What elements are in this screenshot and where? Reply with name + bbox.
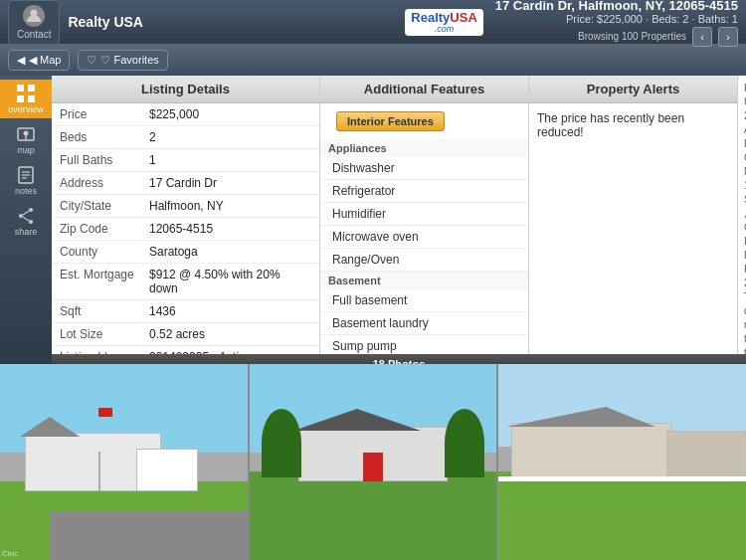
row-value: $225,000 (149, 107, 311, 121)
svg-rect-4 (28, 95, 35, 102)
row-value: $912 @ 4.50% with 20% down (149, 268, 311, 295)
svg-point-6 (24, 131, 29, 136)
heart-icon: ♡ (87, 54, 96, 67)
svg-point-13 (29, 220, 33, 224)
row-label: Lot Size (60, 327, 149, 341)
sidebar-label-overview: overview (8, 104, 44, 114)
sidebar-item-notes[interactable]: notes (0, 161, 52, 200)
row-value: 0.52 acres (149, 327, 311, 341)
svg-point-12 (19, 214, 23, 218)
sidebar-item-overview[interactable]: overview (0, 80, 52, 118)
photo-2[interactable] (250, 364, 497, 560)
contact-button[interactable]: Contact (8, 0, 60, 45)
grass-bg (250, 471, 497, 560)
additional-features-title: Additional Features (320, 76, 528, 103)
map-button[interactable]: ◀ ◀ Map (8, 50, 70, 71)
house-roof (293, 409, 421, 431)
table-row: Beds 2 (52, 126, 319, 149)
basement-section: Basement (320, 272, 528, 289)
property-price: Price: $225,000 · Beds: 2 · Baths: 1 (495, 13, 738, 25)
sidebar-label-share: share (15, 227, 38, 237)
table-row: County Saratoga (52, 241, 319, 264)
map-label: ◀ Map (29, 54, 61, 67)
row-value: 1 (149, 153, 311, 167)
browsing-count: Browsing 100 Properties (578, 31, 686, 42)
svg-line-15 (23, 217, 29, 221)
row-label: Price (60, 107, 149, 121)
house-roof (20, 417, 80, 437)
logo-usa: USA (450, 10, 476, 25)
table-row: City/State Halfmoon, NY (52, 195, 319, 218)
row-value: 17 Cardin Dr (149, 176, 311, 190)
company-logo: RealtyUSA .com (405, 9, 482, 36)
table-row: Zip Code 12065-4515 (52, 218, 319, 241)
next-button[interactable]: › (718, 27, 738, 47)
sidebar: overview map notes share (0, 76, 52, 364)
door (363, 453, 383, 482)
logo-text: RealtyUSA (411, 11, 476, 24)
house-body (511, 423, 672, 477)
property-alerts-panel: Property Alerts The price has recently b… (529, 76, 738, 364)
main-content: Listing Details Price $225,000 Beds 2 Fu… (52, 76, 746, 364)
logo-com: .com (411, 24, 476, 34)
table-row: Full Baths 1 (52, 149, 319, 172)
row-label: City/State (60, 199, 149, 213)
svg-rect-3 (17, 95, 24, 102)
row-value: Saratoga (149, 245, 311, 259)
favorites-button[interactable]: ♡ ♡ Favorites (78, 50, 167, 71)
table-row: Sqft 1436 (52, 300, 319, 323)
prev-button[interactable]: ‹ (692, 27, 712, 47)
svg-line-14 (23, 211, 29, 215)
row-label: Est. Mortgage (60, 268, 149, 295)
sidebar-label-map: map (17, 145, 35, 155)
browsing-bar: Browsing 100 Properties ‹ › (495, 27, 738, 47)
house-roof (506, 407, 655, 427)
row-value: 2 (149, 130, 311, 144)
additional-features-panel: Additional Features Interior Features Ap… (320, 76, 529, 364)
svg-rect-1 (17, 85, 24, 92)
fence (498, 476, 746, 481)
app-header: Contact Realty USA RealtyUSA .com 17 Car… (0, 0, 746, 44)
row-label: Full Baths (60, 153, 149, 167)
grass-bg (498, 471, 746, 560)
svg-point-11 (29, 208, 33, 212)
sidebar-item-map[interactable]: map (0, 120, 52, 159)
company-name: Realty USA (68, 14, 393, 30)
list-item: Refrigerator (320, 180, 528, 203)
row-value: 12065-4515 (149, 222, 311, 236)
road-bg (50, 511, 248, 560)
house-body-2 (666, 431, 746, 477)
listing-details-panel: Listing Details Price $225,000 Beds 2 Fu… (52, 76, 320, 364)
row-label: Beds (60, 130, 149, 144)
table-row: Price $225,000 (52, 103, 319, 126)
user-avatar (23, 5, 45, 27)
sidebar-item-share[interactable]: share (0, 202, 52, 241)
share-icon (16, 206, 36, 226)
photos-strip: Cinc (0, 364, 746, 560)
appliances-section: Appliances (320, 139, 528, 157)
notes-icon (16, 165, 36, 185)
map-icon: ◀ (17, 54, 25, 67)
row-label: County (60, 245, 149, 259)
photo-credit: Cinc (2, 549, 18, 558)
alert-message: The price has recently been reduced! (529, 103, 737, 147)
list-item: Range/Oven (320, 249, 528, 272)
logo-realty: Realty (411, 10, 450, 25)
property-address: 17 Cardin Dr, Halfmoon, NY, 12065-4515 (495, 0, 738, 13)
list-item: Humidifier (320, 203, 528, 226)
toolbar: ◀ ◀ Map ♡ ♡ Favorites (0, 44, 746, 76)
table-row: Est. Mortgage $912 @ 4.50% with 20% down (52, 264, 319, 300)
photo-1[interactable]: Cinc (0, 364, 248, 560)
garage (136, 449, 198, 491)
flag (98, 408, 112, 417)
row-value: Halfmoon, NY (149, 199, 311, 213)
list-item: Basement laundry (320, 312, 528, 335)
photo-3[interactable] (498, 364, 746, 560)
interior-features-tab[interactable]: Interior Features (336, 111, 445, 131)
grid-icon (16, 84, 36, 103)
favorites-label: ♡ Favorites (100, 54, 158, 67)
row-label: Address (60, 176, 149, 190)
map-icon (16, 124, 36, 144)
tree-left (262, 409, 301, 477)
sidebar-label-notes: notes (15, 186, 37, 196)
